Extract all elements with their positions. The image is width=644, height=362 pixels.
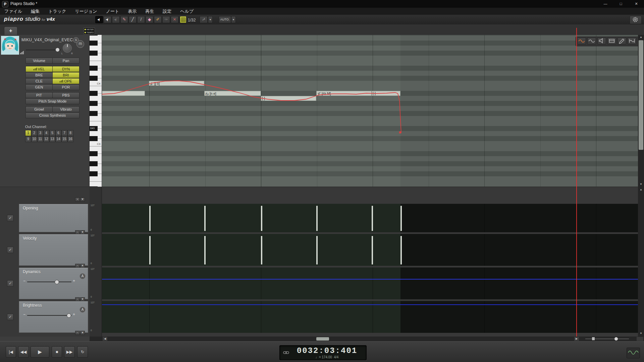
zoom-slider-knob[interactable] xyxy=(614,337,618,341)
line-tool[interactable]: ╱ xyxy=(129,16,137,23)
piano-keyboard[interactable]: C4D#3C3 xyxy=(90,35,102,187)
note[interactable]: [-] xyxy=(372,91,400,96)
pitch-snap-mode-button[interactable]: Pitch Snap Mode xyxy=(25,98,79,104)
out-channel-10[interactable]: 10 xyxy=(31,136,37,142)
pitch-draw-tool-button[interactable] xyxy=(618,38,626,45)
pitch-line-tool-button[interactable] xyxy=(587,38,596,45)
out-channel-1[interactable]: 1 xyxy=(25,130,31,136)
param-button-vel[interactable]: VEL xyxy=(25,66,53,72)
quantize-note-type-button[interactable]: ♪³ xyxy=(200,16,208,23)
param-button-gen[interactable]: GEN xyxy=(25,84,53,90)
param-button-bri[interactable]: BRI xyxy=(52,72,79,78)
go-start-button[interactable]: |◀ xyxy=(6,346,16,358)
menu-item-1[interactable]: 編集 xyxy=(26,8,44,15)
menu-item-8[interactable]: ヘルプ xyxy=(176,8,198,15)
value-bar[interactable] xyxy=(149,206,151,231)
out-channel-14[interactable]: 14 xyxy=(55,136,61,142)
out-channel-12[interactable]: 12 xyxy=(43,136,49,142)
parameter-line[interactable] xyxy=(102,279,638,280)
black-key-F#2[interactable] xyxy=(90,171,98,176)
preview-speaker-button[interactable] xyxy=(597,38,606,45)
vibrato-button[interactable]: Vibrato xyxy=(52,106,79,112)
zoom-slider-handle[interactable] xyxy=(592,337,595,340)
forward-button[interactable]: ▶▶ xyxy=(64,346,75,358)
scroll-handle[interactable] xyxy=(639,40,643,150)
pencil-tool[interactable]: ✎ xyxy=(120,16,128,23)
parameter-line[interactable] xyxy=(102,304,638,305)
collapse-control-button[interactable]: ▼ xyxy=(80,197,85,201)
note[interactable]: よ [j o] xyxy=(149,81,204,86)
out-channel-3[interactable]: 3 xyxy=(37,130,43,136)
out-channel-8[interactable]: 8 xyxy=(67,130,73,136)
auto-dropdown-button[interactable]: ▼ xyxy=(231,16,236,23)
stop-button[interactable]: ■ xyxy=(52,346,62,358)
slider-plus[interactable]: + xyxy=(73,312,75,317)
scroll-up-arrow[interactable]: ▲ xyxy=(638,36,644,39)
black-key-D#4[interactable] xyxy=(90,66,98,71)
play-button[interactable]: ▶ xyxy=(31,346,49,358)
value-bar[interactable] xyxy=(316,206,318,231)
auto-button[interactable]: AUTO. xyxy=(219,16,231,23)
brush-tool[interactable]: ✑ xyxy=(162,16,170,23)
scroll-up-arrow[interactable]: ▲ xyxy=(638,188,644,191)
value-bar[interactable] xyxy=(372,236,373,264)
auto-button[interactable]: A xyxy=(79,273,86,279)
remove-control-button[interactable]: − xyxy=(75,331,80,335)
black-key-A#2[interactable] xyxy=(90,151,98,156)
minimize-button[interactable]: — xyxy=(598,0,613,8)
scroll-left-arrow[interactable]: ◀ xyxy=(103,337,107,341)
slider-knob[interactable] xyxy=(67,313,71,318)
mute-button[interactable]: m xyxy=(76,40,84,48)
pen-tool[interactable]: ✐ xyxy=(154,16,162,23)
value-bar[interactable] xyxy=(400,236,402,264)
region-pointer-tool[interactable]: ➤ xyxy=(112,16,120,23)
control-lane-opening[interactable] xyxy=(102,204,638,232)
control-vertical-scrollbar[interactable]: ▲ ▼ xyxy=(638,187,644,337)
scroll-down-arrow[interactable]: ▼ xyxy=(638,332,644,335)
value-bar[interactable] xyxy=(372,206,373,231)
out-channel-13[interactable]: 13 xyxy=(49,136,55,142)
black-key-F#3[interactable] xyxy=(90,111,98,116)
menu-item-4[interactable]: ノート xyxy=(102,8,124,15)
out-channel-11[interactable]: 11 xyxy=(37,136,43,142)
polyline-tool[interactable]: / xyxy=(137,16,145,23)
growl-button[interactable]: Growl xyxy=(25,106,53,112)
add-control-track-button[interactable]: + xyxy=(75,197,80,201)
section-visible-checkbox-velocity[interactable]: ✓ xyxy=(7,247,13,253)
param-button-dyn[interactable]: DYN xyxy=(52,66,79,72)
param-button-cle[interactable]: CLE xyxy=(25,78,53,84)
param-button-pan[interactable]: Pan xyxy=(52,58,79,64)
track-name[interactable]: MIKU_V4X_Original_EVEC xyxy=(21,38,73,42)
close-button[interactable]: ✕ xyxy=(629,0,644,8)
slider-knob[interactable] xyxy=(55,280,59,284)
note[interactable]: ず [dz M] xyxy=(316,91,372,96)
slider-plus[interactable]: + xyxy=(73,279,75,283)
param-button-ope[interactable]: OPE xyxy=(52,78,79,84)
menu-item-5[interactable]: 表示 xyxy=(123,8,141,15)
pointer-tool[interactable]: ➤ xyxy=(95,16,103,23)
menu-item-2[interactable]: トラック xyxy=(44,8,70,15)
slider-minus[interactable]: − xyxy=(23,312,25,317)
param-button-por[interactable]: POR xyxy=(52,84,79,90)
value-bar[interactable] xyxy=(204,206,206,231)
scroll-down-arrow[interactable]: ▼ xyxy=(638,183,644,186)
control-lane-brightness[interactable] xyxy=(102,301,638,333)
value-bar[interactable] xyxy=(400,206,402,231)
settings-gear-button[interactable] xyxy=(630,16,642,24)
quantize-grid-toggle[interactable] xyxy=(180,16,186,23)
value-bar[interactable] xyxy=(261,206,262,231)
out-channel-9[interactable]: 9 xyxy=(25,136,31,142)
panel-toggle-button[interactable] xyxy=(607,38,616,45)
param-button-pit[interactable]: PIT xyxy=(25,92,53,98)
note[interactable]: ね [n e] xyxy=(204,91,261,96)
quantize-dropdown-button[interactable]: ▼ xyxy=(208,16,213,23)
out-channel-5[interactable]: 5 xyxy=(49,130,55,136)
pianoroll-vertical-scrollbar[interactable]: ▲ ▼ xyxy=(638,35,644,187)
add-track-tab-button[interactable]: + xyxy=(4,26,17,36)
rewind-button[interactable]: ◀◀ xyxy=(18,346,29,358)
menu-item-7[interactable]: 設定 xyxy=(158,8,176,15)
section-visible-checkbox-dynamics[interactable]: ✓ xyxy=(7,280,13,287)
menu-item-6[interactable]: 再生 xyxy=(141,8,158,15)
slider-minus[interactable]: − xyxy=(23,279,25,283)
out-channel-4[interactable]: 4 xyxy=(43,130,49,136)
